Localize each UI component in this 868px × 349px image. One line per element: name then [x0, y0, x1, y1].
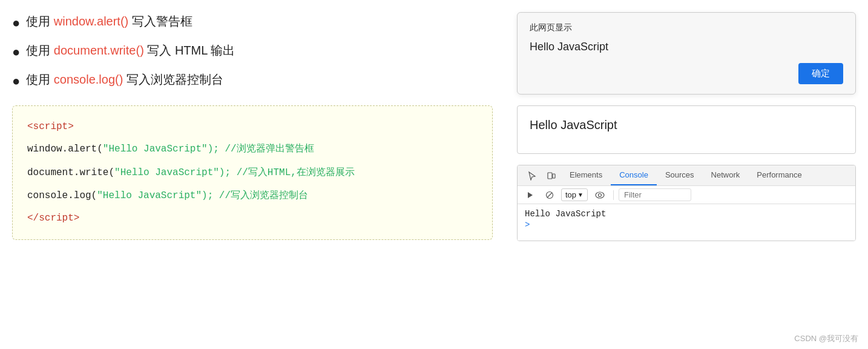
- alert-dialog: 此网页显示 Hello JavaScript 确定: [517, 12, 856, 95]
- console-prompt[interactable]: >: [525, 220, 848, 230]
- top-label: top: [565, 190, 576, 199]
- svg-rect-0: [548, 173, 552, 179]
- bullet-text-after-2: 写入 HTML 输出: [144, 44, 235, 57]
- console-inspect-icon[interactable]: [522, 167, 542, 184]
- bullet-code-3: console.log(): [54, 73, 123, 86]
- console-eye-icon[interactable]: [591, 190, 608, 200]
- code-line2-string: "Hello JavaScript": [114, 167, 219, 178]
- bullet-text-2: 使用 document.write() 写入 HTML 输出: [26, 41, 235, 59]
- svg-line-4: [547, 193, 552, 198]
- console-device-icon[interactable]: [542, 167, 561, 184]
- code-line1-rest: ); //浏览器弹出警告框: [208, 144, 314, 155]
- code-open-tag: <script>: [27, 118, 478, 136]
- code-line-2: document.write("Hello JavaScript"); //写入…: [27, 164, 478, 182]
- code-close-tag: </script>: [27, 210, 478, 227]
- tab-performance[interactable]: Performance: [748, 165, 810, 185]
- svg-rect-1: [553, 174, 555, 178]
- bullet-item-1: ● 使用 window.alert() 写入警告框: [12, 12, 493, 33]
- bullet-dot-1: ●: [12, 13, 20, 33]
- tab-network[interactable]: Network: [703, 165, 749, 185]
- tab-console[interactable]: Console: [611, 165, 657, 185]
- code-line1-string: "Hello JavaScript": [103, 144, 208, 155]
- code-line3-plain: console.log(: [27, 190, 97, 201]
- top-select[interactable]: top ▼: [561, 188, 588, 201]
- code-line-3: console.log("Hello JavaScript"); //写入浏览器…: [27, 187, 478, 205]
- bullet-dot-2: ●: [12, 42, 20, 62]
- tab-sources[interactable]: Sources: [657, 165, 703, 185]
- left-panel: ● 使用 window.alert() 写入警告框 ● 使用 document.…: [12, 12, 493, 337]
- bullet-text-3: 使用 console.log() 写入浏览器控制台: [26, 70, 223, 88]
- bullet-item-3: ● 使用 console.log() 写入浏览器控制台: [12, 70, 493, 91]
- code-line-1: window.alert("Hello JavaScript"); //浏览器弹…: [27, 141, 478, 158]
- console-ban-icon[interactable]: [542, 190, 557, 201]
- confirm-button[interactable]: 确定: [798, 63, 843, 84]
- doc-write-output: Hello JavaScript: [517, 105, 856, 154]
- bullet-code-1: window.alert(): [54, 15, 128, 28]
- code-block: <script> window.alert("Hello JavaScript"…: [12, 105, 493, 240]
- console-toolbar: top ▼: [518, 186, 855, 204]
- code-line3-rest: ); //写入浏览器控制台: [202, 190, 308, 201]
- code-line2-plain: document.write(: [27, 167, 114, 178]
- bullet-item-2: ● 使用 document.write() 写入 HTML 输出: [12, 41, 493, 62]
- code-line3-string: "Hello JavaScript": [97, 190, 202, 201]
- svg-marker-2: [528, 192, 533, 198]
- svg-point-5: [596, 192, 604, 198]
- toolbar-divider: [613, 190, 614, 200]
- top-dropdown-arrow: ▼: [577, 191, 584, 198]
- svg-point-6: [598, 193, 601, 196]
- alert-button-row: 确定: [530, 63, 843, 84]
- bullet-code-2: document.write(): [54, 44, 144, 57]
- alert-message: Hello JavaScript: [530, 41, 843, 53]
- bullet-list: ● 使用 window.alert() 写入警告框 ● 使用 document.…: [12, 12, 493, 91]
- console-body: Hello JavaScript >: [518, 204, 855, 241]
- console-output-line: Hello JavaScript: [525, 209, 848, 219]
- console-tabs-bar: Elements Console Sources Network Perform…: [518, 165, 855, 186]
- console-panel: Elements Console Sources Network Perform…: [517, 165, 856, 241]
- bullet-dot-3: ●: [12, 71, 20, 91]
- code-line1-plain: window.alert(: [27, 144, 103, 155]
- bullet-text-1: 使用 window.alert() 写入警告框: [26, 12, 192, 30]
- console-run-icon[interactable]: [522, 190, 538, 201]
- tab-elements[interactable]: Elements: [561, 165, 611, 185]
- console-filter-input[interactable]: [619, 188, 691, 201]
- bullet-text-after-1: 写入警告框: [128, 15, 192, 28]
- alert-title: 此网页显示: [530, 22, 843, 33]
- bullet-text-before-2: 使用: [26, 44, 54, 57]
- bullet-text-before-1: 使用: [26, 15, 54, 28]
- code-line2-rest: ); //写入HTML,在浏览器展示: [219, 167, 355, 178]
- bullet-text-after-3: 写入浏览器控制台: [123, 73, 223, 86]
- right-panel: 此网页显示 Hello JavaScript 确定 Hello JavaScri…: [517, 12, 856, 337]
- bullet-text-before-3: 使用: [26, 73, 54, 86]
- watermark: CSDN @我可没有: [794, 333, 858, 344]
